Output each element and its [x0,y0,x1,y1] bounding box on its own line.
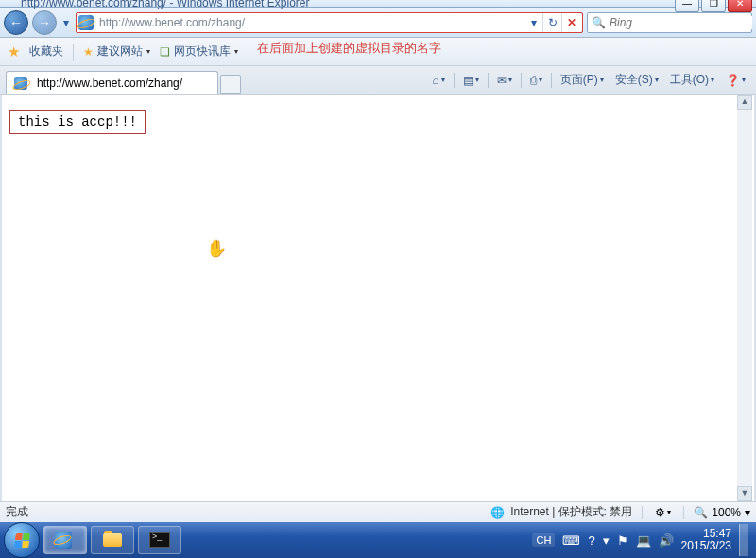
start-button[interactable] [4,522,40,558]
separator [521,73,522,88]
tray-overflow[interactable]: ▾ [603,533,610,548]
favorites-label[interactable]: 收藏夹 [29,44,63,60]
address-bar[interactable]: ▾ ↻ ✕ [76,12,583,33]
search-icon: 🔍 [592,16,606,29]
back-button[interactable]: ← [4,10,28,35]
page-content-box: this is accp!!! [9,110,146,134]
print-icon: ⎙ [530,74,537,87]
favorites-star-icon[interactable]: ★ [8,44,20,61]
stop-button[interactable]: ✕ [561,13,580,32]
favbar-item-label: 建议网站 [97,44,143,60]
close-button[interactable]: ✕ [728,0,752,12]
print-button[interactable]: ⎙▾ [527,72,545,89]
separator [454,73,455,88]
forward-button[interactable]: → [32,10,57,35]
home-icon: ⌂ [432,74,438,87]
scroll-track[interactable] [737,110,752,486]
tab-title: http://www.benet.com/zhang/ [37,77,182,90]
maximize-button[interactable]: ❐ [701,0,726,12]
mouse-cursor: ✋ [206,238,227,259]
separator [73,44,74,61]
security-zone[interactable]: Internet | 保护模式: 禁用 [510,504,632,520]
keyboard-icon[interactable]: ⌨ [562,533,580,548]
separator [642,506,643,519]
globe-icon: 🌐 [490,506,505,519]
slice-icon: ❏ [160,45,170,59]
mail-icon: ✉ [497,74,507,87]
network-icon[interactable]: 💻 [636,533,651,548]
show-desktop-button[interactable] [739,524,748,556]
windows-logo-icon [14,533,30,548]
favbar-suggested-sites[interactable]: ★ 建议网站 ▾ [83,44,150,60]
annotation-text: 在后面加上创建的虚拟目录的名字 [257,40,441,57]
safety-menu[interactable]: 安全(S)▾ [612,70,662,90]
separator [488,73,489,88]
gear-icon: ⚙ [655,506,665,519]
ie-icon [55,532,72,549]
page-viewport: this is accp!!! ✋ ▲ ▼ [0,95,756,501]
clock-date: 2015/3/23 [681,540,731,552]
ie-icon [78,15,94,30]
zoom-control[interactable]: 🔍 100% ▾ [694,506,750,519]
search-input[interactable] [610,16,752,29]
refresh-button[interactable]: ↻ [542,13,561,32]
home-button[interactable]: ⌂▾ [429,72,447,89]
status-text: 完成 [6,504,481,520]
cmd-icon: >_ [149,532,170,548]
separator [551,73,552,88]
search-box[interactable]: 🔍 [587,12,752,33]
language-indicator[interactable]: CH [532,533,555,547]
tools-menu[interactable]: 工具(O)▾ [667,70,717,90]
url-input[interactable] [97,16,524,29]
volume-icon[interactable]: 🔊 [659,533,674,548]
taskbar-explorer[interactable] [91,526,134,554]
favbar-item-label: 网页快讯库 [174,44,231,60]
taskbar-ie[interactable] [43,526,87,554]
page-menu[interactable]: 页面(P)▾ [558,70,607,90]
nav-history-dropdown[interactable]: ▾ [60,16,72,29]
rss-icon: ▤ [463,74,473,87]
vertical-scrollbar[interactable]: ▲ ▼ [737,95,752,501]
folder-icon [103,533,122,547]
help-tray-icon[interactable]: ? [588,533,594,548]
clock[interactable]: 15:47 2015/3/23 [681,528,731,552]
chevron-down-icon: ▾ [146,47,150,56]
action-flag-icon[interactable]: ⚑ [617,533,628,548]
taskbar-cmd[interactable]: >_ [138,526,181,554]
separator [683,506,684,519]
star-icon: ★ [83,45,94,59]
scroll-up-button[interactable]: ▲ [737,95,752,110]
new-tab-button[interactable] [220,75,241,94]
ie-icon [14,77,27,90]
mail-button[interactable]: ✉▾ [494,72,515,89]
scroll-down-button[interactable]: ▼ [737,486,752,501]
address-dropdown[interactable]: ▾ [524,13,542,32]
window-title: http://www.benet.com/zhang/ - Windows In… [21,0,309,9]
browser-tab[interactable]: http://www.benet.com/zhang/ [6,71,218,94]
help-button[interactable]: ❓▾ [723,72,748,89]
feeds-button[interactable]: ▤▾ [460,72,482,89]
zoom-icon: 🔍 [694,506,708,519]
zoom-level: 100% [712,506,741,519]
protected-mode-button[interactable]: ⚙ ▾ [652,504,674,521]
favbar-web-slices[interactable]: ❏ 网页快讯库 ▾ [160,44,238,60]
minimize-button[interactable]: — [675,0,699,12]
help-icon: ❓ [726,74,740,87]
chevron-down-icon: ▾ [234,47,238,56]
